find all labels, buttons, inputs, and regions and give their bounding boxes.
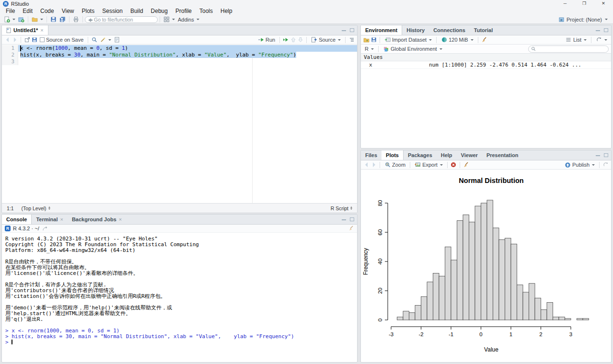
svg-text:2: 2 bbox=[539, 331, 542, 337]
console-output[interactable]: R version 4.3.2 (2023-10-31 ucrt) -- "Ey… bbox=[2, 233, 357, 362]
run-icon bbox=[258, 37, 264, 43]
new-file-icon bbox=[4, 16, 10, 23]
source-down-icon[interactable] bbox=[297, 37, 303, 43]
save-workspace-icon[interactable] bbox=[370, 37, 377, 43]
source-up-icon[interactable] bbox=[290, 37, 296, 43]
tab-console[interactable]: Console bbox=[2, 215, 32, 224]
environment-selector[interactable]: Global Environment bbox=[382, 46, 444, 52]
minimize-pane-icon[interactable] bbox=[596, 155, 600, 156]
memory-usage-button[interactable]: 120 MiB bbox=[440, 37, 474, 43]
tab-viewer[interactable]: Viewer bbox=[457, 150, 482, 160]
menu-session[interactable]: Session bbox=[98, 7, 127, 15]
tab-history[interactable]: History bbox=[402, 25, 429, 35]
open-in-window-icon[interactable] bbox=[42, 226, 48, 232]
tab-help[interactable]: Help bbox=[437, 150, 457, 160]
tab-connections[interactable]: Connections bbox=[429, 25, 470, 35]
clear-console-icon[interactable] bbox=[348, 226, 354, 232]
run-button[interactable]: Run bbox=[256, 37, 277, 43]
menu-debug[interactable]: Debug bbox=[147, 7, 172, 15]
scope-selector[interactable]: (Top Level) bbox=[22, 205, 50, 211]
maximize-pane-icon[interactable] bbox=[604, 28, 608, 32]
menu-edit[interactable]: Edit bbox=[19, 7, 36, 15]
minimize-button[interactable]: ─ bbox=[555, 0, 575, 7]
refresh-plot-icon[interactable] bbox=[602, 162, 609, 168]
code-tools-button[interactable] bbox=[98, 37, 113, 43]
minimize-pane-icon[interactable] bbox=[596, 30, 600, 31]
menu-profile[interactable]: Profile bbox=[172, 7, 196, 15]
import-dataset-button[interactable]: Import Dataset bbox=[383, 37, 433, 43]
next-plot-icon[interactable] bbox=[370, 162, 377, 168]
restore-button[interactable]: ❐ bbox=[575, 0, 594, 7]
find-icon[interactable] bbox=[91, 37, 97, 43]
refresh-environment-button[interactable] bbox=[594, 37, 609, 43]
close-button[interactable]: ✕ bbox=[594, 0, 613, 7]
zoom-plot-button[interactable]: Zoom bbox=[383, 162, 407, 168]
save-all-button[interactable] bbox=[58, 16, 67, 23]
tab-terminal[interactable]: Terminal× bbox=[32, 215, 67, 224]
addins-button[interactable]: Addins bbox=[176, 17, 201, 23]
menu-view[interactable]: View bbox=[58, 7, 78, 15]
editor-line[interactable]: 2hist(x, breaks = 30, main = "Normal Dis… bbox=[2, 52, 357, 58]
file-type-selector[interactable]: R Script bbox=[331, 205, 352, 211]
menu-plots[interactable]: Plots bbox=[78, 7, 99, 15]
popout-icon[interactable] bbox=[24, 37, 30, 43]
source-on-save-toggle[interactable]: Source on Save bbox=[38, 37, 85, 43]
project-menu-button[interactable]: R Project: (None) bbox=[558, 16, 611, 23]
save-button[interactable] bbox=[49, 16, 58, 23]
document-outline-icon[interactable] bbox=[348, 37, 355, 43]
tab-plots[interactable]: Plots bbox=[382, 150, 404, 160]
print-button[interactable] bbox=[71, 16, 81, 23]
menu-code[interactable]: Code bbox=[36, 7, 58, 15]
menu-help[interactable]: Help bbox=[217, 7, 236, 15]
dropdown-caret bbox=[371, 48, 374, 50]
editor-line[interactable]: 1x <- rnorm(1000, mean = 0, sd = 1) bbox=[2, 45, 357, 52]
minimize-pane-icon[interactable] bbox=[342, 30, 346, 31]
rerun-icon[interactable] bbox=[283, 37, 289, 43]
tab-untitled1[interactable]: Untitled1* × bbox=[2, 25, 48, 35]
code-editor[interactable]: 1x <- rnorm(1000, mean = 0, sd = 1)2hist… bbox=[2, 45, 357, 203]
menu-file[interactable]: File bbox=[2, 7, 19, 15]
publish-button[interactable]: Publish bbox=[563, 162, 596, 168]
open-file-button[interactable] bbox=[30, 16, 45, 23]
forward-icon[interactable] bbox=[12, 37, 18, 43]
remove-plot-icon[interactable] bbox=[451, 162, 457, 168]
close-tab-icon[interactable]: × bbox=[60, 216, 63, 222]
display-mode-button[interactable]: List bbox=[564, 37, 588, 43]
maximize-pane-icon[interactable] bbox=[350, 217, 354, 221]
maximize-pane-icon[interactable] bbox=[350, 28, 354, 32]
goto-file-search[interactable] bbox=[85, 16, 158, 23]
back-icon[interactable] bbox=[4, 37, 11, 43]
svg-text:Value: Value bbox=[484, 346, 498, 353]
close-tab-icon[interactable]: × bbox=[40, 27, 43, 33]
checkbox-icon[interactable] bbox=[40, 37, 45, 42]
tab-packages[interactable]: Packages bbox=[404, 150, 437, 160]
export-plot-button[interactable]: Export bbox=[413, 162, 444, 168]
new-file-button[interactable] bbox=[2, 16, 17, 23]
menu-tools[interactable]: Tools bbox=[196, 7, 217, 15]
tab-tutorial[interactable]: Tutorial bbox=[470, 25, 497, 35]
save-icon[interactable] bbox=[31, 37, 37, 43]
close-tab-icon[interactable]: × bbox=[119, 216, 122, 222]
tab-presentation[interactable]: Presentation bbox=[482, 150, 523, 160]
goto-file-input[interactable] bbox=[85, 16, 158, 23]
environment-search-box[interactable] bbox=[528, 46, 609, 53]
tab-environment[interactable]: Environment bbox=[361, 25, 402, 35]
svg-text:-3: -3 bbox=[389, 331, 393, 337]
tab-files[interactable]: Files bbox=[361, 150, 382, 160]
tab-background-jobs[interactable]: Background Jobs× bbox=[68, 215, 126, 224]
source-button[interactable]: Source bbox=[310, 37, 342, 43]
language-selector[interactable]: R bbox=[363, 46, 375, 52]
compile-report-icon[interactable] bbox=[114, 37, 120, 43]
run-label: Run bbox=[266, 37, 275, 43]
new-project-button[interactable] bbox=[17, 16, 26, 23]
environment-object-row[interactable]: x num [1:1000] 2.259 -2.476 0.514 1.464 … bbox=[361, 61, 611, 69]
addins-grid-button[interactable] bbox=[162, 16, 176, 23]
clear-objects-icon[interactable] bbox=[481, 37, 487, 43]
menu-build[interactable]: Build bbox=[127, 7, 147, 15]
load-workspace-icon[interactable] bbox=[363, 37, 370, 43]
clear-plots-icon[interactable] bbox=[463, 162, 469, 168]
previous-plot-icon[interactable] bbox=[363, 162, 370, 168]
editor-line[interactable]: 3 bbox=[2, 58, 357, 65]
minimize-pane-icon[interactable] bbox=[342, 219, 346, 220]
maximize-pane-icon[interactable] bbox=[604, 153, 608, 157]
